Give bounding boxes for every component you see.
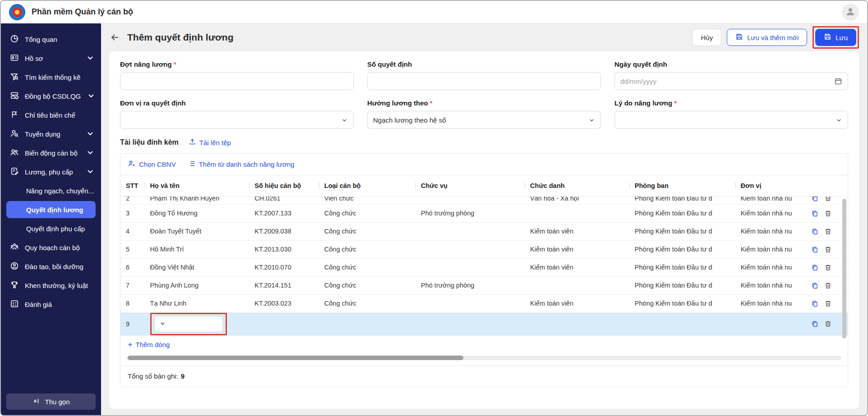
people-group-icon <box>10 242 19 253</box>
save-icon <box>824 33 831 42</box>
sidebar-item-quy-hoach-can-bo[interactable]: Quy hoạch cán bộ <box>1 238 101 257</box>
col-actions <box>806 175 848 196</box>
delete-icon[interactable] <box>824 264 832 271</box>
sidebar-item-dong-bo-csdlqg[interactable]: Đồng bộ CSDLQG <box>1 87 101 105</box>
chevron-down-icon <box>86 148 95 158</box>
ngay-quyet-dinh-input[interactable] <box>614 72 848 90</box>
save-and-new-button[interactable]: Lưu và thêm mới <box>727 29 807 46</box>
sidebar-item-dao-tao-boi-duong[interactable]: Đào tạo, bồi dưỡng <box>1 257 101 276</box>
table-row: 8Tạ Như LinhKT.2003.023Công chứcKiểm toá… <box>120 294 848 312</box>
delete-icon[interactable] <box>824 300 832 307</box>
copy-icon[interactable] <box>811 320 819 328</box>
annotation-box-save: Lưu <box>813 26 859 49</box>
delete-icon[interactable] <box>824 210 832 217</box>
chevron-down-icon <box>87 91 96 101</box>
copy-icon[interactable] <box>811 264 819 271</box>
so-quyet-dinh-input[interactable] <box>367 72 601 90</box>
sidebar-item-tong-quan[interactable]: Tổng quan <box>1 30 101 49</box>
ngay-quyet-dinh-field[interactable] <box>620 78 831 85</box>
plus-icon: + <box>128 341 133 349</box>
delete-icon[interactable] <box>824 320 832 328</box>
upload-icon <box>189 138 196 147</box>
dot-nang-luong-field[interactable] <box>126 78 348 85</box>
ly-do-label: Lý do nâng lương <box>614 99 672 107</box>
top-bar: Phần mềm Quản lý cán bộ <box>1 1 867 23</box>
sidebar-item-nang-ngach-chuyen[interactable]: Nâng ngạch, chuyển... <box>1 181 101 200</box>
table-row: 4Đoàn Tuyết TuyếtKT.2009.038Công chứcKiể… <box>120 222 848 240</box>
user-avatar[interactable] <box>842 4 859 21</box>
add-from-salary-list-link[interactable]: Thêm từ danh sách nâng lương <box>188 160 295 169</box>
copy-icon[interactable] <box>811 282 819 289</box>
attachments-title: Tài liệu đính kèm <box>120 138 179 146</box>
delete-icon[interactable] <box>824 228 832 235</box>
sidebar-item-danh-gia[interactable]: Đánh giá <box>1 295 101 314</box>
dot-nang-luong-input[interactable] <box>120 72 354 90</box>
save-button[interactable]: Lưu <box>815 29 856 46</box>
copy-icon[interactable] <box>811 210 819 217</box>
flag-icon <box>10 110 19 120</box>
employee-select[interactable] <box>154 316 223 332</box>
copy-icon[interactable] <box>811 228 819 235</box>
total-records-value: 9 <box>181 372 185 380</box>
col-chuc-danh: Chức danh <box>525 175 629 196</box>
sidebar-item-quyet-dinh-luong[interactable]: Quyết định lương <box>6 201 96 218</box>
don-vi-select[interactable] <box>120 111 354 129</box>
doc-pencil-icon <box>10 167 19 177</box>
cancel-button[interactable]: Hủy <box>692 29 721 46</box>
delete-icon[interactable] <box>824 197 832 202</box>
col-ho-va-ten: Họ và tên <box>145 175 249 196</box>
delete-icon[interactable] <box>824 282 832 289</box>
so-quyet-dinh-field[interactable] <box>373 78 595 85</box>
collapse-icon <box>32 397 40 407</box>
employees-table-container: Chọn CBNV Thêm từ danh sách nâng lương <box>120 153 848 387</box>
salary-decision-form: Đợt nâng lương* Số quyết định Ngày quyết… <box>120 60 848 129</box>
sidebar-item-tuyen-dung[interactable]: Tuyển dụng <box>1 124 101 143</box>
table-row: 7Phùng Anh LongKT.2014.151Công chứcPhó t… <box>120 276 848 294</box>
funnel-search-icon <box>10 72 19 82</box>
calendar-icon[interactable] <box>834 77 842 85</box>
sidebar-item-ho-so[interactable]: Hồ sơ <box>1 49 101 68</box>
sidebar-collapse-button[interactable]: Thu gọn <box>6 393 96 410</box>
chevron-down-icon <box>86 53 95 64</box>
horizontal-scrollbar[interactable] <box>127 356 841 360</box>
col-so-hieu: Số hiệu cán bộ <box>249 175 319 196</box>
employees-table: STT Họ và tên Số hiệu cán bộ Loại cán bộ… <box>120 175 848 336</box>
vertical-scrollbar[interactable] <box>842 199 846 338</box>
trophy-icon <box>10 280 19 291</box>
choose-cbnv-link[interactable]: Chọn CBNV <box>128 160 176 169</box>
chevron-down-icon <box>159 320 166 328</box>
sidebar-item-bien-dong-can-bo[interactable]: Biến động cán bộ <box>1 143 101 162</box>
back-arrow-icon[interactable] <box>109 32 121 43</box>
upload-file-link[interactable]: Tải lên tệp <box>189 138 231 147</box>
dot-nang-luong-label: Đợt nâng lương <box>120 60 172 68</box>
col-loai-can-bo: Loại cán bộ <box>319 175 416 196</box>
copy-icon[interactable] <box>811 246 819 253</box>
table-row: 3Đồng Tố HươngKT.2007.133Công chứcPhó tr… <box>120 204 848 222</box>
sidebar-item-tim-kiem-thong-ke[interactable]: Tìm kiếm thống kê <box>1 68 101 87</box>
ly-do-select[interactable] <box>614 111 848 129</box>
don-vi-label: Đơn vị ra quyết định <box>120 99 354 107</box>
sidebar-item-quyet-dinh-phu-cap[interactable]: Quyết định phụ cấp <box>1 219 101 238</box>
so-quyet-dinh-label: Số quyết định <box>367 60 601 68</box>
huong-luong-select[interactable]: Ngạch lương theo hệ số <box>367 111 601 129</box>
sidebar-item-chi-tieu-bien-che[interactable]: Chỉ tiêu biên chế <box>1 105 101 124</box>
table-row: 5Hồ Minh TríKT.2013.030Công chứcKiểm toá… <box>120 240 848 258</box>
page-header: Thêm quyết định lương Hủy Lưu và thêm mớ… <box>109 23 859 51</box>
person-plus-icon <box>128 160 136 169</box>
people-icon <box>10 148 19 158</box>
delete-icon[interactable] <box>824 246 832 253</box>
sidebar-item-luong-phu-cap[interactable]: Lương, phụ cấp <box>1 162 101 181</box>
horizontal-scrollbar-thumb[interactable] <box>128 356 463 360</box>
huong-luong-label: Hưởng lương theo <box>367 99 428 107</box>
new-employee-row: 9 <box>120 312 848 335</box>
table-header-row: STT Họ và tên Số hiệu cán bộ Loại cán bộ… <box>120 175 848 196</box>
add-row-link[interactable]: + Thêm dòng <box>128 341 170 349</box>
database-sync-icon <box>10 91 19 101</box>
app-title: Phần mềm Quản lý cán bộ <box>32 7 133 17</box>
huong-luong-value: Ngạch lương theo hệ số <box>373 116 585 124</box>
copy-icon[interactable] <box>811 300 819 307</box>
copy-icon[interactable] <box>811 197 819 202</box>
required-mark: * <box>674 99 677 107</box>
chevron-down-icon <box>836 117 842 123</box>
sidebar-item-khen-thuong-ky-luat[interactable]: Khen thưởng, kỷ luật <box>1 276 101 295</box>
